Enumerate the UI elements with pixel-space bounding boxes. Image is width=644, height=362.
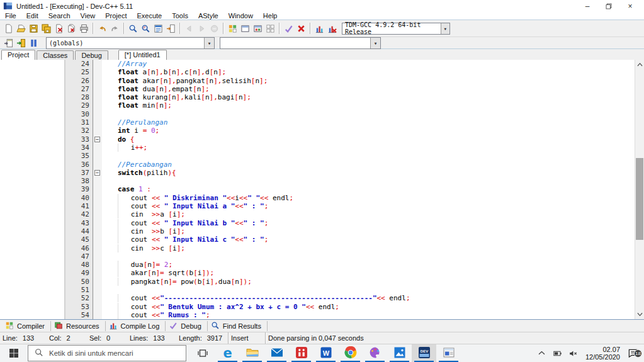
replace-icon[interactable] — [139, 22, 152, 35]
new-file-icon[interactable] — [2, 22, 14, 35]
menu-window[interactable]: Window — [223, 12, 258, 20]
class-browser-icon[interactable] — [27, 37, 40, 49]
taskbar-app-word[interactable]: W — [314, 344, 338, 362]
code-editor[interactable]: 24 //Array25 float a[n],b[n],c[n],d[n];2… — [65, 60, 635, 319]
chevron-down-icon[interactable]: ▼ — [370, 38, 380, 48]
taskbar-app-paint-3d[interactable] — [363, 344, 387, 362]
menu-execute[interactable]: Execute — [132, 12, 167, 20]
close-button[interactable]: × — [619, 0, 641, 12]
token-p — [147, 127, 151, 135]
profile-icon — [109, 321, 118, 331]
undo-icon[interactable] — [96, 22, 108, 35]
editor-tab-untitled1[interactable]: [*] Untitled1 — [118, 50, 167, 60]
compiler-select[interactable]: TDM-GCC 4.9.2 64-bit Release ▼ — [342, 23, 450, 35]
token-s: [ — [147, 68, 151, 76]
compile-run-icon[interactable] — [251, 22, 264, 35]
fold-marker-icon[interactable]: − — [94, 137, 100, 142]
token-s: [ — [167, 68, 172, 76]
fold-margin — [93, 93, 102, 101]
goto-function-icon[interactable] — [14, 37, 27, 49]
menu-search[interactable]: Search — [43, 12, 76, 20]
restore-button[interactable] — [598, 0, 619, 12]
print-icon[interactable] — [77, 22, 90, 35]
rebuild-icon[interactable] — [264, 22, 276, 35]
battery-icon[interactable] — [550, 349, 565, 358]
close-file-icon[interactable] — [52, 22, 65, 35]
minimize-button[interactable]: – — [577, 0, 598, 12]
scroll-down-icon[interactable] — [635, 310, 644, 319]
run-icon[interactable] — [239, 22, 251, 35]
taskbar-app-file-explorer[interactable] — [240, 344, 264, 362]
bottom-tab-compiler[interactable]: Compiler — [2, 321, 51, 331]
status-sel: Sel:0 — [87, 332, 127, 344]
save-all-icon[interactable] — [40, 22, 52, 35]
menu-edit[interactable]: Edit — [21, 12, 43, 20]
abort-icon[interactable] — [295, 22, 307, 35]
goto-line-icon[interactable] — [152, 22, 164, 35]
token-k: float — [118, 101, 138, 110]
syntax-check-icon[interactable] — [282, 22, 295, 35]
taskbar-app-console-app[interactable] — [436, 344, 461, 362]
fold-marker-icon[interactable]: − — [94, 170, 100, 176]
menu-help[interactable]: Help — [258, 12, 283, 20]
taskbar-app-mail[interactable] — [264, 344, 289, 362]
chevron-down-icon[interactable]: ▼ — [441, 23, 449, 34]
code-line-text: case 1 : — [102, 185, 151, 193]
taskbar-app-photos[interactable] — [387, 344, 412, 362]
scroll-up-icon[interactable] — [635, 60, 644, 69]
find-icon[interactable] — [127, 22, 139, 35]
line-number: 36 — [65, 161, 93, 169]
line-number: 33 — [65, 135, 93, 144]
menu-tools[interactable]: Tools — [167, 12, 193, 20]
tray-chevron-up-icon[interactable] — [534, 349, 550, 358]
token-p — [160, 219, 164, 227]
notification-button[interactable]: 18 — [624, 348, 644, 359]
menu-view[interactable]: View — [76, 12, 101, 20]
compile-icon[interactable] — [226, 22, 239, 35]
fold-margin — [93, 177, 102, 185]
panel-tab-debug[interactable]: Debug — [75, 50, 108, 60]
menu-file[interactable]: File — [0, 12, 21, 20]
token-s: [ — [234, 93, 239, 101]
chevron-down-icon[interactable]: ▼ — [204, 38, 214, 48]
project-panel[interactable] — [0, 60, 65, 319]
scrollbar-thumb[interactable] — [636, 158, 643, 240]
redo-icon[interactable] — [108, 22, 121, 35]
code-line-49: 49 akar[n]= sqrt(b[i]); — [65, 269, 635, 277]
bottom-tab-resources[interactable]: Resources — [51, 321, 106, 331]
globals-select[interactable]: (globals) ▼ — [46, 37, 215, 49]
taskbar-app-chrome[interactable] — [338, 344, 363, 362]
bottom-tab-find-results[interactable]: Find Results — [208, 321, 268, 331]
code-line-text: float akar[n],pangkat[n],selisih[n]; — [102, 77, 268, 85]
panel-tab-classes[interactable]: Classes — [37, 50, 74, 60]
panel-tab-project[interactable]: Project — [1, 50, 35, 60]
profile-delete-icon[interactable] — [325, 22, 338, 35]
fold-margin — [93, 244, 102, 252]
clock[interactable]: 02.07 12/05/2020 — [581, 346, 624, 361]
token-p: i — [130, 127, 143, 135]
menu-astyle[interactable]: AStyle — [193, 12, 223, 20]
open-file-icon[interactable] — [14, 22, 27, 35]
bottom-tab-compile-log[interactable]: Compile Log — [106, 321, 166, 331]
taskbar-app-dev-cpp[interactable]: DEV — [412, 344, 436, 362]
code-line-text: cout << " Diskriminan "<<i<<" "<< endl; — [102, 194, 293, 202]
profile-icon[interactable] — [313, 22, 325, 35]
file-explorer-icon — [246, 346, 259, 360]
symbol-select[interactable]: ▼ — [220, 37, 381, 49]
status-bar: Line:133Col:2Sel:0Lines:133Length:3917 I… — [0, 332, 644, 344]
taskbar-app-edge[interactable]: e — [215, 344, 240, 362]
code-line-39: 39 case 1 : — [65, 185, 635, 193]
swap-header-icon[interactable] — [164, 22, 177, 35]
close-all-icon[interactable] — [65, 22, 77, 35]
insert-icon[interactable] — [2, 37, 14, 49]
bottom-tab-debug[interactable]: Debug — [166, 321, 207, 331]
token-s: ; — [155, 127, 160, 135]
start-button[interactable] — [0, 344, 28, 362]
speaker-muted-icon[interactable] — [565, 349, 581, 358]
menu-project[interactable]: Project — [100, 12, 132, 20]
save-file-icon[interactable] — [27, 22, 40, 35]
task-view-button[interactable] — [190, 344, 215, 362]
taskbar-app-red-app[interactable] — [289, 344, 314, 362]
editor-scrollbar[interactable] — [635, 60, 644, 319]
taskbar-search[interactable]: Ketik di sini untuk mencari — [28, 345, 186, 361]
